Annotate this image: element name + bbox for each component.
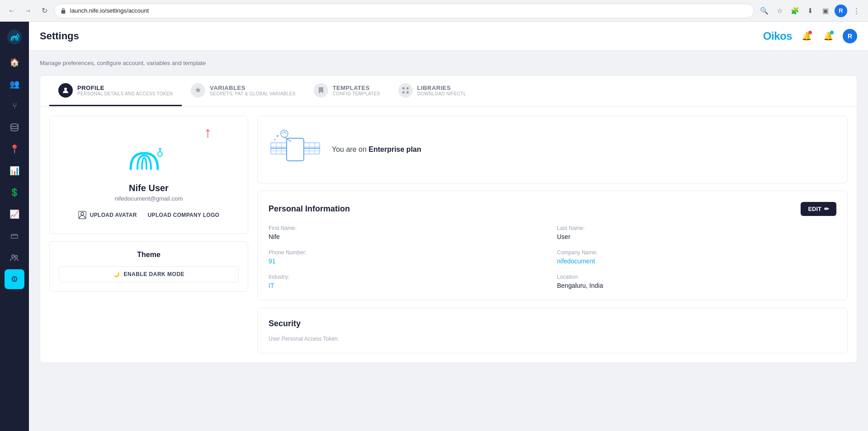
upload-logo-button[interactable]: UPLOAD COMPANY LOGO: [148, 211, 220, 219]
industry-value: IT: [269, 282, 548, 289]
profile-card: ↑ N: [49, 116, 248, 234]
svg-point-14: [81, 212, 84, 215]
sidebar-item-chart[interactable]: 📈: [5, 204, 24, 224]
edit-button[interactable]: EDIT ✏: [801, 202, 836, 216]
info-grid: First Name: Nife Last Name: User Phone N…: [269, 225, 836, 289]
upload-avatar-button[interactable]: UPLOAD AVATAR: [78, 211, 137, 219]
libraries-tab-label: LIBRARIES: [417, 84, 466, 91]
svg-rect-9: [402, 91, 405, 94]
variables-tab-sublabel: SECRETS, PAT & GLOBAL VARIABLES: [210, 91, 295, 96]
alerts-button[interactable]: 🔔: [821, 29, 835, 43]
sidebar-item-users-mgmt[interactable]: [5, 248, 24, 267]
sidebar-item-billing[interactable]: 💲: [5, 183, 24, 202]
libraries-tab-icon: [398, 83, 413, 98]
notifications-button[interactable]: 🔔: [799, 29, 814, 43]
address-bar[interactable]: launch.nife.io/settings/account: [54, 4, 754, 18]
phone-field: Phone Number: 91: [269, 249, 548, 265]
personal-info-card: Personal Information EDIT ✏ First Name: …: [257, 191, 848, 300]
location-value: Bengaluru, India: [557, 282, 836, 289]
top-header: Settings Oikos 🔔 🔔 R: [29, 22, 868, 51]
nife-logo-icon: [6, 29, 23, 45]
extensions-button[interactable]: 🧩: [788, 5, 801, 17]
tab-templates[interactable]: TEMPLATES CONFIG TEMPLATES: [305, 76, 389, 106]
libraries-tab-text: LIBRARIES DOWNLOAD NIFECTL: [417, 84, 466, 96]
tab-profile[interactable]: PROFILE PERSONAL DETAILS AND ACCESS TOKE…: [49, 76, 182, 106]
security-title: Security: [269, 319, 836, 328]
sidebar-item-home[interactable]: 🏠: [5, 52, 24, 72]
browser-user-avatar[interactable]: R: [835, 5, 847, 17]
sidebar-item-location[interactable]: 📍: [5, 139, 24, 159]
upload-logo-label: UPLOAD COMPANY LOGO: [148, 212, 220, 218]
industry-label: Industry:: [269, 274, 548, 280]
page-subtitle: Manage preferences, configure account, v…: [40, 60, 857, 66]
phone-value: 91: [269, 258, 548, 265]
menu-button[interactable]: ⋮: [850, 5, 863, 17]
variables-tab-text: VARIABLES SECRETS, PAT & GLOBAL VARIABLE…: [210, 84, 295, 96]
plan-prefix: You are on: [332, 145, 368, 153]
svg-point-5: [15, 256, 18, 258]
profile-actions: UPLOAD AVATAR UPLOAD COMPANY LOGO: [78, 211, 220, 219]
users-mgmt-icon: [10, 253, 19, 262]
database-icon: [10, 123, 19, 132]
company-label: Company Name:: [557, 249, 836, 256]
company-field: Company Name: nifedocument: [557, 249, 836, 265]
templates-tab-icon: [314, 83, 328, 98]
browser-chrome: ← → ↻ launch.nife.io/settings/account 🔍 …: [0, 0, 868, 22]
person-icon: [62, 87, 69, 94]
theme-title: Theme: [59, 251, 239, 259]
satellite-illustration: [269, 127, 323, 172]
enable-dark-mode-button[interactable]: 🌙 ENABLE DARK MODE: [59, 266, 239, 282]
avatar-upload-icon: [78, 211, 86, 219]
bookmark-button[interactable]: ☆: [773, 5, 786, 17]
left-panel: ↑ N: [49, 116, 248, 353]
edit-label: EDIT: [808, 206, 821, 212]
back-button[interactable]: ←: [5, 5, 18, 17]
tabs-bar: PROFILE PERSONAL DETAILS AND ACCESS TOKE…: [40, 76, 857, 107]
sidebar-item-settings[interactable]: ⚙: [5, 269, 24, 289]
right-panel: You are on Enterprise plan Personal Info…: [257, 116, 848, 353]
svg-rect-10: [406, 91, 409, 94]
download-button[interactable]: ⬇: [804, 5, 816, 17]
alert-dot: [830, 31, 834, 34]
templates-tab-text: TEMPLATES CONFIG TEMPLATES: [333, 84, 380, 96]
token-label: User Personal Access Token:: [269, 336, 836, 342]
plan-name: Enterprise plan: [368, 145, 421, 153]
brand-logo: Oikos: [763, 30, 792, 42]
first-name-field: First Name: Nife: [269, 225, 548, 240]
svg-point-31: [277, 135, 278, 137]
sidebar-item-team[interactable]: 👥: [5, 74, 24, 94]
svg-point-4: [12, 255, 14, 258]
svg-rect-8: [406, 87, 409, 89]
grid-icon: [402, 87, 409, 94]
industry-field: Industry: IT: [269, 274, 548, 289]
tab-variables[interactable]: VARIABLES SECRETS, PAT & GLOBAL VARIABLE…: [182, 76, 304, 106]
sidebar-logo[interactable]: [5, 27, 24, 47]
sidebar: 🏠 👥 ⑂ 📍 📊 💲 📈 🗃 ⚙: [0, 22, 29, 431]
plan-text: You are on Enterprise plan: [332, 145, 421, 154]
star-icon: [194, 87, 202, 94]
phone-label: Phone Number:: [269, 249, 548, 256]
tab-libraries[interactable]: LIBRARIES DOWNLOAD NIFECTL: [389, 76, 475, 106]
user-avatar[interactable]: R: [843, 29, 857, 43]
edit-icon: ✏: [824, 206, 829, 212]
forward-button[interactable]: →: [22, 5, 34, 17]
refresh-button[interactable]: ↻: [38, 5, 51, 17]
svg-point-29: [281, 130, 288, 137]
sidebar-item-analytics[interactable]: 📊: [5, 161, 24, 181]
last-name-value: User: [557, 233, 836, 240]
sidebar-item-database[interactable]: [5, 117, 24, 137]
templates-tab-label: TEMPLATES: [333, 84, 380, 91]
screen-button[interactable]: ▣: [819, 5, 832, 17]
browser-actions: 🔍 ☆ 🧩 ⬇ ▣ R ⋮: [758, 5, 863, 17]
search-button[interactable]: 🔍: [758, 5, 770, 17]
profile-email: nifedocument@gmail.com: [115, 195, 183, 202]
personal-info-title: Personal Information: [269, 204, 350, 214]
app-wrapper: 🏠 👥 ⑂ 📍 📊 💲 📈 🗃 ⚙ Settings Oikos 🔔: [0, 22, 868, 431]
company-value: nifedocument: [557, 258, 836, 265]
svg-point-3: [11, 124, 18, 126]
profile-tab-label: PROFILE: [77, 84, 173, 91]
notification-dot: [808, 31, 812, 34]
header-right: Oikos 🔔 🔔 R: [763, 29, 857, 43]
sidebar-item-branches[interactable]: ⑂: [5, 96, 24, 116]
sidebar-item-storage[interactable]: 🗃: [5, 226, 24, 246]
